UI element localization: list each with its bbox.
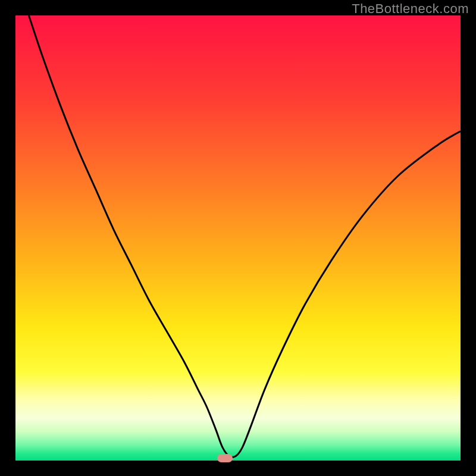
gradient-background: [15, 15, 461, 461]
plot-svg: [15, 15, 461, 461]
plot-area: [15, 15, 461, 461]
watermark-text: TheBottleneck.com: [352, 1, 469, 17]
chart-frame: TheBottleneck.com: [0, 0, 476, 476]
optimum-marker: [217, 454, 233, 462]
